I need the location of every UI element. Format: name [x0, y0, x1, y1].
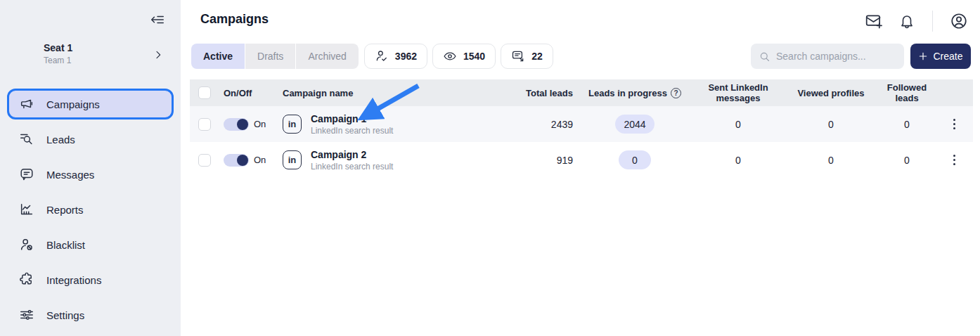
eye-icon — [443, 49, 457, 63]
search-input[interactable] — [776, 51, 896, 62]
collapse-sidebar-icon[interactable] — [150, 12, 165, 27]
sidebar-item-label: Integrations — [46, 274, 101, 286]
list-search-icon — [19, 131, 34, 147]
stat-chip-views[interactable]: 1540 — [432, 44, 496, 69]
linkedin-icon: in — [283, 115, 302, 134]
sidebar-item-settings[interactable]: Settings — [7, 299, 174, 330]
campaign-name[interactable]: Campaign 1 — [311, 113, 393, 124]
table-header-row: On/Off Campaign name Total leads Leads i… — [190, 79, 973, 106]
toggle-knob — [237, 119, 248, 130]
sidebar-item-integrations[interactable]: Integrations — [7, 264, 174, 295]
leads-in-progress-badge: 2044 — [615, 115, 654, 134]
mail-add-icon[interactable] — [865, 12, 883, 30]
row-checkbox[interactable] — [198, 154, 211, 167]
stat-chip-leads[interactable]: 3962 — [364, 44, 427, 69]
sent-messages-value: 0 — [735, 119, 741, 130]
toggle-label: On — [254, 119, 266, 129]
puzzle-icon — [19, 272, 34, 287]
seat-name: Seat 1 — [44, 42, 72, 53]
tab-drafts[interactable]: Drafts — [245, 44, 295, 69]
create-button[interactable]: Create — [910, 44, 971, 69]
col-on-off: On/Off — [219, 88, 252, 98]
main-content: Campaigns Active Drafts Archived — [181, 0, 980, 336]
search-box — [751, 44, 904, 69]
page-title: Campaigns — [200, 12, 269, 27]
user-circle-icon[interactable] — [950, 12, 968, 30]
sidebar-item-label: Reports — [46, 204, 84, 216]
person-block-icon — [19, 237, 34, 252]
stat-value: 1540 — [463, 51, 485, 62]
select-all-checkbox[interactable] — [198, 86, 211, 99]
help-icon[interactable] — [671, 88, 681, 98]
seat-selector[interactable]: Seat 1 Team 1 — [44, 42, 72, 65]
sidebar-item-messages[interactable]: Messages — [7, 159, 174, 190]
followed-leads-value: 0 — [904, 119, 910, 130]
table-row: On in Campaign 2 LinkedIn search result … — [190, 142, 973, 178]
sidebar-item-leads[interactable]: Leads — [7, 124, 174, 155]
seat-team: Team 1 — [44, 56, 72, 65]
chevron-right-icon[interactable] — [153, 49, 164, 60]
campaign-type: LinkedIn search result — [311, 162, 393, 172]
viewed-profiles-value: 0 — [828, 119, 834, 130]
plus-icon — [918, 51, 928, 61]
row-checkbox[interactable] — [198, 118, 211, 131]
chat-forward-icon — [511, 49, 525, 63]
col-total-leads: Total leads — [526, 88, 577, 98]
tab-archived[interactable]: Archived — [296, 44, 358, 69]
toggle-knob — [237, 155, 248, 166]
table-row: On in Campaign 1 LinkedIn search result … — [190, 106, 973, 142]
sidebar-item-label: Messages — [46, 169, 94, 181]
toolbar: Active Drafts Archived 3962 1540 — [191, 44, 971, 69]
sidebar-item-blacklist[interactable]: Blacklist — [7, 229, 174, 260]
followed-leads-value: 0 — [904, 155, 910, 166]
campaign-type: LinkedIn search result — [311, 126, 393, 136]
sidebar-item-campaigns[interactable]: Campaigns — [7, 89, 174, 119]
row-menu-button[interactable] — [949, 150, 960, 170]
stat-chips: 3962 1540 22 — [364, 44, 553, 69]
sent-messages-value: 0 — [735, 155, 741, 166]
total-leads-value: 919 — [557, 155, 577, 166]
sliders-icon — [19, 307, 34, 323]
col-campaign-name: Campaign name — [283, 88, 353, 98]
viewed-profiles-value: 0 — [828, 155, 834, 166]
header-divider — [932, 11, 933, 32]
row-toggle[interactable] — [224, 154, 249, 167]
sidebar-item-label: Blacklist — [46, 239, 85, 251]
stat-value: 22 — [531, 51, 543, 62]
campaign-tabs: Active Drafts Archived — [191, 44, 359, 69]
leads-in-progress-badge: 0 — [619, 150, 651, 169]
megaphone-icon — [19, 96, 34, 112]
col-leads-in-progress: Leads in progress — [588, 88, 667, 98]
total-leads-value: 2439 — [551, 119, 577, 130]
row-toggle[interactable] — [224, 118, 249, 131]
toggle-label: On — [254, 155, 266, 165]
col-viewed-profiles: Viewed profiles — [797, 88, 864, 98]
sidebar-item-label: Leads — [46, 134, 75, 146]
sidebar-nav: Campaigns Leads Messages — [7, 89, 174, 335]
campaigns-table: On/Off Campaign name Total leads Leads i… — [190, 79, 973, 178]
sidebar-item-label: Campaigns — [46, 98, 100, 110]
sidebar-item-label: Settings — [46, 309, 84, 321]
stat-chip-messages[interactable]: 22 — [501, 44, 553, 69]
linkedin-icon: in — [283, 150, 302, 169]
tab-active[interactable]: Active — [191, 44, 245, 69]
person-check-icon — [375, 49, 389, 63]
row-menu-button[interactable] — [949, 115, 960, 134]
sidebar-item-reports[interactable]: Reports — [7, 194, 174, 225]
stat-value: 3962 — [395, 51, 417, 62]
top-icons — [865, 11, 968, 32]
campaign-name[interactable]: Campaign 2 — [311, 149, 393, 160]
bar-chart-icon — [19, 202, 34, 217]
col-followed-leads: Followed leads — [878, 82, 936, 103]
search-icon — [759, 51, 771, 63]
col-sent-messages: Sent LinkedIn messages — [692, 82, 784, 103]
chat-bubble-icon — [19, 167, 34, 182]
create-button-label: Create — [933, 51, 962, 62]
sidebar: Seat 1 Team 1 Campaigns Leads — [0, 0, 181, 336]
bell-icon[interactable] — [898, 13, 915, 30]
